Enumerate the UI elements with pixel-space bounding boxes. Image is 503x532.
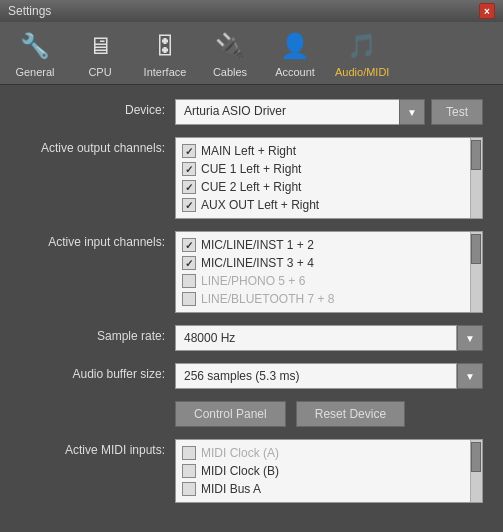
list-item: MIC/LINE/INST 1 + 2	[182, 236, 476, 254]
buffer-size-label: Audio buffer size:	[20, 363, 175, 381]
window-title: Settings	[8, 4, 51, 18]
midi-inputs-control: MIDI Clock (A) MIDI Clock (B) MIDI Bus A	[175, 439, 483, 503]
input-ch4-checkbox[interactable]	[182, 292, 196, 306]
account-icon: 👤	[277, 28, 313, 64]
output-channels-label: Active output channels:	[20, 137, 175, 155]
settings-content: Device: Arturia ASIO Driver ▼ Test Activ…	[0, 85, 503, 529]
title-bar: Settings ×	[0, 0, 503, 22]
sample-rate-select[interactable]: 48000 Hz	[175, 325, 457, 351]
midi-ch3-checkbox[interactable]	[182, 482, 196, 496]
buffer-size-control: 256 samples (5.3 ms) ▼	[175, 363, 483, 389]
list-item: AUX OUT Left + Right	[182, 196, 476, 214]
device-label: Device:	[20, 99, 175, 117]
output-scrollbar[interactable]	[470, 138, 482, 218]
sample-rate-label: Sample rate:	[20, 325, 175, 343]
list-item: LINE/BLUETOOTH 7 + 8	[182, 290, 476, 308]
device-select[interactable]: Arturia ASIO Driver	[175, 99, 425, 125]
list-item: MIDI Bus A	[182, 480, 476, 498]
output-ch4-label: AUX OUT Left + Right	[201, 198, 319, 212]
audiomidi-icon: 🎵	[344, 28, 380, 64]
toolbar: 🔧 General 🖥 CPU 🎛 Interface 🔌 Cables 👤 A…	[0, 22, 503, 85]
close-button[interactable]: ×	[479, 3, 495, 19]
midi-inputs-box: MIDI Clock (A) MIDI Clock (B) MIDI Bus A	[175, 439, 483, 503]
buffer-size-select-row: 256 samples (5.3 ms) ▼	[175, 363, 483, 389]
output-channels-row: Active output channels: MAIN Left + Righ…	[20, 137, 483, 219]
output-ch2-checkbox[interactable]	[182, 162, 196, 176]
cables-icon: 🔌	[212, 28, 248, 64]
midi-ch1-label: MIDI Clock (A)	[201, 446, 279, 460]
midi-ch2-label: MIDI Clock (B)	[201, 464, 279, 478]
list-item: MIDI Clock (A)	[182, 444, 476, 462]
sample-rate-row: Sample rate: 48000 Hz ▼	[20, 325, 483, 351]
input-scrollbar[interactable]	[470, 232, 482, 312]
buffer-size-arrow[interactable]: ▼	[457, 363, 483, 389]
list-item: CUE 1 Left + Right	[182, 160, 476, 178]
general-icon: 🔧	[17, 28, 53, 64]
input-channels-control: MIC/LINE/INST 1 + 2 MIC/LINE/INST 3 + 4 …	[175, 231, 483, 313]
midi-scrollbar[interactable]	[470, 440, 482, 502]
action-buttons-row: Control Panel Reset Device	[175, 401, 483, 427]
action-buttons: Control Panel Reset Device	[175, 401, 405, 427]
list-item: CUE 2 Left + Right	[182, 178, 476, 196]
device-control: Arturia ASIO Driver ▼ Test	[175, 99, 483, 125]
input-ch2-label: MIC/LINE/INST 3 + 4	[201, 256, 314, 270]
control-panel-button[interactable]: Control Panel	[175, 401, 286, 427]
input-channels-box: MIC/LINE/INST 1 + 2 MIC/LINE/INST 3 + 4 …	[175, 231, 483, 313]
list-item: MAIN Left + Right	[182, 142, 476, 160]
tab-cables-label: Cables	[213, 66, 247, 78]
buffer-size-value: 256 samples (5.3 ms)	[184, 369, 299, 383]
interface-icon: 🎛	[147, 28, 183, 64]
input-ch1-label: MIC/LINE/INST 1 + 2	[201, 238, 314, 252]
output-ch4-checkbox[interactable]	[182, 198, 196, 212]
device-row: Device: Arturia ASIO Driver ▼ Test	[20, 99, 483, 125]
test-button[interactable]: Test	[431, 99, 483, 125]
output-channels-control: MAIN Left + Right CUE 1 Left + Right CUE…	[175, 137, 483, 219]
output-ch3-checkbox[interactable]	[182, 180, 196, 194]
sample-rate-arrow[interactable]: ▼	[457, 325, 483, 351]
buffer-size-row: Audio buffer size: 256 samples (5.3 ms) …	[20, 363, 483, 389]
list-item: LINE/PHONO 5 + 6	[182, 272, 476, 290]
midi-scrollbar-thumb[interactable]	[471, 442, 481, 472]
input-ch3-label: LINE/PHONO 5 + 6	[201, 274, 305, 288]
input-ch2-checkbox[interactable]	[182, 256, 196, 270]
midi-ch1-checkbox[interactable]	[182, 446, 196, 460]
tab-audiomidi-label: Audio/MIDI	[335, 66, 389, 78]
tab-interface-label: Interface	[144, 66, 187, 78]
tab-cpu[interactable]: 🖥 CPU	[75, 28, 125, 78]
device-select-wrapper: Arturia ASIO Driver ▼	[175, 99, 425, 125]
midi-ch2-checkbox[interactable]	[182, 464, 196, 478]
tab-general-label: General	[15, 66, 54, 78]
tab-audiomidi[interactable]: 🎵 Audio/MIDI	[335, 28, 389, 78]
midi-inputs-row: Active MIDI inputs: MIDI Clock (A) MIDI …	[20, 439, 483, 503]
input-ch3-checkbox[interactable]	[182, 274, 196, 288]
list-item: MIC/LINE/INST 3 + 4	[182, 254, 476, 272]
tab-general[interactable]: 🔧 General	[10, 28, 60, 78]
output-scrollbar-thumb[interactable]	[471, 140, 481, 170]
output-ch1-label: MAIN Left + Right	[201, 144, 296, 158]
tab-cables[interactable]: 🔌 Cables	[205, 28, 255, 78]
tab-cpu-label: CPU	[88, 66, 111, 78]
list-item: MIDI Clock (B)	[182, 462, 476, 480]
midi-ch3-label: MIDI Bus A	[201, 482, 261, 496]
sample-rate-control: 48000 Hz ▼	[175, 325, 483, 351]
device-dropdown-arrow[interactable]: ▼	[399, 99, 425, 125]
device-select-row: Arturia ASIO Driver ▼ Test	[175, 99, 483, 125]
tab-account-label: Account	[275, 66, 315, 78]
tab-interface[interactable]: 🎛 Interface	[140, 28, 190, 78]
input-scrollbar-thumb[interactable]	[471, 234, 481, 264]
buffer-size-select[interactable]: 256 samples (5.3 ms)	[175, 363, 457, 389]
input-channels-label: Active input channels:	[20, 231, 175, 249]
output-channels-box: MAIN Left + Right CUE 1 Left + Right CUE…	[175, 137, 483, 219]
cpu-icon: 🖥	[82, 28, 118, 64]
sample-rate-value: 48000 Hz	[184, 331, 235, 345]
input-ch4-label: LINE/BLUETOOTH 7 + 8	[201, 292, 335, 306]
input-channels-row: Active input channels: MIC/LINE/INST 1 +…	[20, 231, 483, 313]
tab-account[interactable]: 👤 Account	[270, 28, 320, 78]
output-ch1-checkbox[interactable]	[182, 144, 196, 158]
output-ch3-label: CUE 2 Left + Right	[201, 180, 301, 194]
input-ch1-checkbox[interactable]	[182, 238, 196, 252]
reset-device-button[interactable]: Reset Device	[296, 401, 405, 427]
output-ch2-label: CUE 1 Left + Right	[201, 162, 301, 176]
sample-rate-select-row: 48000 Hz ▼	[175, 325, 483, 351]
midi-inputs-label: Active MIDI inputs:	[20, 439, 175, 457]
